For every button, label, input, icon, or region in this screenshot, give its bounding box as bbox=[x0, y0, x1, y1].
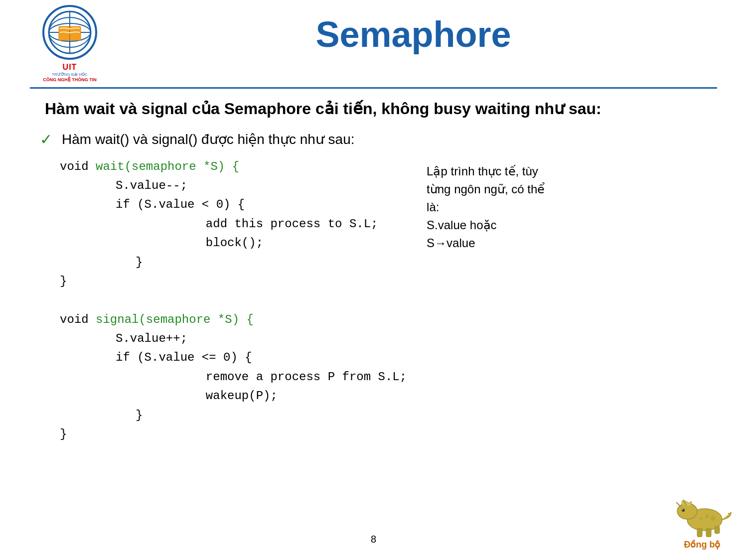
wait-line3: add this process to S.L; bbox=[60, 215, 407, 234]
side-note-line5: S→value bbox=[427, 236, 475, 250]
svg-point-12 bbox=[682, 509, 683, 510]
void-keyword2: void bbox=[60, 313, 96, 326]
signal-line2: if (S.value <= 0) { bbox=[60, 348, 407, 367]
svg-point-17 bbox=[711, 516, 716, 521]
blank-line bbox=[60, 291, 407, 310]
side-note: Lập trình thực tế, tùy từng ngôn ngữ, có… bbox=[427, 157, 586, 444]
wait-close: } bbox=[60, 272, 407, 291]
dinosaur-icon bbox=[672, 492, 732, 537]
bullet-text: Hàm wait() và signal() được hiện thực nh… bbox=[62, 130, 355, 149]
wait-signature: wait(semaphore *S) { bbox=[96, 160, 239, 173]
side-note-line1: Lập trình thực tế, tùy bbox=[427, 164, 538, 178]
signal-line4: wakeup(P); bbox=[60, 387, 407, 406]
svg-rect-13 bbox=[697, 528, 702, 537]
void-keyword: void bbox=[60, 160, 96, 173]
checkmark-icon: ✓ bbox=[40, 131, 55, 148]
code-block-wait-signal: void wait(semaphore *S) { S.value--; if … bbox=[60, 157, 407, 444]
side-note-line4: S.value hoặc bbox=[427, 218, 496, 232]
logo-cong: CÔNG NGHỆ THÔNG TIN bbox=[43, 77, 97, 82]
signal-line5: } bbox=[60, 406, 407, 425]
signal-signature: signal(semaphore *S) { bbox=[96, 313, 254, 326]
bullet-section: ✓ Hàm wait() và signal() được hiện thực … bbox=[40, 130, 717, 149]
logo-uit: UIT bbox=[63, 63, 77, 72]
signal-line1: S.value++; bbox=[60, 329, 407, 348]
title-area: Semaphore bbox=[110, 10, 717, 54]
svg-point-18 bbox=[700, 517, 703, 520]
side-note-line2: từng ngôn ngữ, có thể bbox=[427, 182, 545, 196]
logo-area: UIT TRƯỜNG ĐẠI HỌC CÔNG NGHỆ THÔNG TIN bbox=[30, 5, 110, 82]
logo-circle bbox=[42, 5, 97, 60]
side-note-line3: là: bbox=[427, 200, 439, 214]
svg-rect-15 bbox=[715, 526, 720, 534]
signal-line3: remove a process P from S.L; bbox=[60, 368, 407, 387]
logo-block-text: UIT TRƯỜNG ĐẠI HỌC CÔNG NGHỆ THÔNG TIN bbox=[43, 62, 97, 82]
dong-bo-label: Đồng bộ bbox=[684, 539, 721, 550]
svg-point-11 bbox=[682, 509, 685, 512]
code-area: void wait(semaphore *S) { S.value--; if … bbox=[60, 157, 717, 444]
wait-header: void wait(semaphore *S) { bbox=[60, 157, 407, 176]
wait-line5: } bbox=[60, 253, 407, 272]
signal-header: void signal(semaphore *S) { bbox=[60, 310, 407, 329]
header: UIT TRƯỜNG ĐẠI HỌC CÔNG NGHỆ THÔNG TIN S… bbox=[30, 10, 717, 82]
wait-line4: block(); bbox=[60, 234, 407, 253]
subtitle-heading: Hàm wait và signal của Semaphore cải tiế… bbox=[45, 98, 717, 120]
logo-svg bbox=[45, 7, 95, 57]
bottom-right-decoration: Đồng bộ bbox=[672, 492, 732, 550]
svg-rect-14 bbox=[706, 528, 711, 537]
svg-point-16 bbox=[705, 514, 709, 518]
logo-truong: TRƯỜNG ĐẠI HỌC bbox=[52, 72, 88, 77]
wait-line2: if (S.value < 0) { bbox=[60, 195, 407, 214]
signal-close: } bbox=[60, 425, 407, 444]
slide-title: Semaphore bbox=[110, 15, 717, 54]
divider bbox=[30, 87, 717, 89]
page-number: 8 bbox=[371, 534, 376, 545]
wait-line1: S.value--; bbox=[60, 176, 407, 195]
slide-container: UIT TRƯỜNG ĐẠI HỌC CÔNG NGHỆ THÔNG TIN S… bbox=[0, 0, 747, 560]
